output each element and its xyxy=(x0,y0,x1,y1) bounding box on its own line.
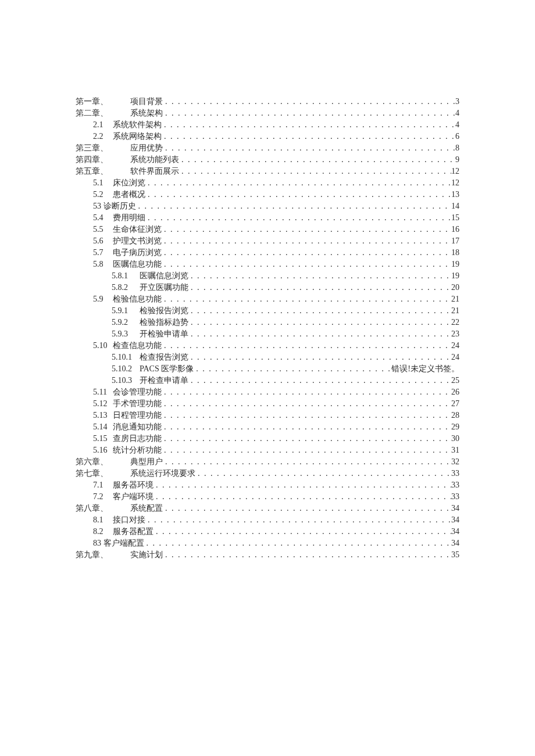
toc-entry-label: 5.9.1检验报告浏览 xyxy=(112,305,188,317)
toc-entry[interactable]: 8.1接口对接34 xyxy=(76,514,459,526)
toc-entry-label: 5.10.3开检查申请单 xyxy=(112,375,188,386)
toc-entry-title: 医嘱信息浏览 xyxy=(140,271,188,280)
toc-entry-title: 检验报告浏览 xyxy=(140,306,188,315)
toc-entry-number: 5.10.3 xyxy=(112,375,140,386)
toc-entry[interactable]: 5.10.3开检查申请单 25 xyxy=(76,375,459,386)
toc-entry[interactable]: 5.2患者概况13 xyxy=(76,189,459,200)
toc-entry-label: 5.9检验信息功能 xyxy=(93,293,162,305)
toc-entry[interactable]: 5.1床位浏览12 xyxy=(76,177,459,189)
toc-entry-label: 5.10检查信息功能 xyxy=(93,340,162,352)
toc-entry[interactable]: 5.6护理文书浏览17 xyxy=(76,235,459,247)
leader-dots xyxy=(179,154,455,166)
toc-entry-number: 5.5 xyxy=(93,224,113,235)
toc-entry[interactable]: 53 诊断历史14 xyxy=(76,200,459,212)
toc-entry-page: 34 xyxy=(451,538,459,549)
toc-entry-title: 查房日志功能 xyxy=(113,434,162,443)
toc-entry[interactable]: 7.2客户端环境33 xyxy=(76,491,459,503)
toc-entry[interactable]: 5.7电子病历浏览18 xyxy=(76,247,459,259)
toc-entry[interactable]: 5.14消息通知功能29 xyxy=(76,421,459,433)
toc-entry[interactable]: 第二章、系统架构 4 xyxy=(76,108,459,119)
toc-entry-title: 电子病历浏览 xyxy=(113,248,162,257)
leader-dots xyxy=(188,305,451,317)
leader-dots xyxy=(162,421,451,433)
toc-entry-number: 第六章、 xyxy=(76,456,108,468)
toc-entry-page: 26 xyxy=(451,386,459,398)
leader-dots xyxy=(188,352,451,363)
toc-entry-number: 第三章、 xyxy=(76,142,108,154)
toc-entry-number: 5.8 xyxy=(93,259,113,270)
toc-entry-title: 应用优势 xyxy=(130,144,163,152)
toc-entry[interactable]: 第四章、系统功能列表 9 xyxy=(76,154,459,166)
toc-entry-page: 25 xyxy=(451,375,459,386)
toc-entry[interactable]: 5.13日程管理功能28 xyxy=(76,410,459,421)
toc-entry-number: 第二章、 xyxy=(76,108,108,119)
toc-entry[interactable]: 第八章、系统配置 34 xyxy=(76,503,459,514)
toc-entry-label: 5.9.2检验指标趋势 xyxy=(112,317,188,328)
toc-entry-number: 7.1 xyxy=(93,479,113,491)
leader-dots xyxy=(145,212,451,224)
toc-entry-title: 诊断历史 xyxy=(104,202,136,210)
toc-entry[interactable]: 第三章、应用优势 8 xyxy=(76,142,459,154)
toc-entry-page: 28 xyxy=(451,410,459,421)
toc-entry[interactable]: 5.4费用明细15 xyxy=(76,212,459,224)
leader-dots xyxy=(144,538,452,549)
toc-entry[interactable]: 5.9.3开检验申请单 23 xyxy=(76,328,459,340)
toc-entry-number: 8.2 xyxy=(93,526,113,538)
toc-entry-label: 5.8医嘱信息功能 xyxy=(93,259,162,270)
toc-entry[interactable]: 5.8.1医嘱信息浏览 19 xyxy=(76,270,459,282)
toc-entry-number: 2.1 xyxy=(93,119,113,131)
toc-entry-title: 开检验申请单 xyxy=(140,329,188,338)
toc-entry[interactable]: 5.8.2开立医嘱功能 20 xyxy=(76,282,459,293)
toc-entry-number: 8.1 xyxy=(93,514,113,526)
toc-entry-page: 12 xyxy=(451,166,459,177)
toc-entry[interactable]: 5.9.2检验指标趋势 22 xyxy=(76,317,459,328)
toc-entry[interactable]: 第一章、项目背景 3 xyxy=(76,96,459,108)
toc-entry-page: 21 xyxy=(451,305,459,317)
toc-entry-number: 5.6 xyxy=(93,235,113,247)
toc-entry[interactable]: 5.9检验信息功能21 xyxy=(76,293,459,305)
leader-dots xyxy=(162,224,451,235)
toc-entry[interactable]: 5.15查房日志功能30 xyxy=(76,433,459,445)
toc-entry[interactable]: 第六章、典型用户 32 xyxy=(76,456,459,468)
toc-entry[interactable]: 第七章、系统运行环境要求 33 xyxy=(76,468,459,479)
leader-dots xyxy=(154,526,451,538)
toc-entry[interactable]: 5.16统计分析功能31 xyxy=(76,445,459,456)
toc-entry[interactable]: 第九章、实施计划 35 xyxy=(76,549,459,561)
toc-entry-label: 5.8.2开立医嘱功能 xyxy=(112,282,188,293)
toc-entry-label: 53 诊断历史 xyxy=(93,200,136,212)
toc-entry-page: 24 xyxy=(451,352,459,363)
toc-entry[interactable]: 2.2系统网络架构6 xyxy=(76,131,459,142)
toc-entry-label: 5.7电子病历浏览 xyxy=(93,247,162,259)
toc-entry-page: 24 xyxy=(451,340,459,352)
toc-entry-number: 5.8.1 xyxy=(112,270,140,282)
toc-entry[interactable]: 8.2服务器配置34 xyxy=(76,526,459,538)
toc-entry[interactable]: 5.12手术管理功能27 xyxy=(76,398,459,410)
toc-entry-page: 4 xyxy=(455,108,459,119)
leader-dots xyxy=(195,468,451,479)
leader-dots xyxy=(163,96,455,108)
toc-entry[interactable]: 5.8医嘱信息功能19 xyxy=(76,259,459,270)
toc-entry-number: 5.10.1 xyxy=(112,352,140,363)
toc-entry-number: 5.2 xyxy=(93,189,113,200)
toc-entry[interactable]: 7.1服务器环境33 xyxy=(76,479,459,491)
toc-entry[interactable]: 5.9.1检验报告浏览 21 xyxy=(76,305,459,317)
toc-entry-page: 20 xyxy=(451,282,459,293)
toc-entry-number: 5.15 xyxy=(93,433,113,445)
toc-entry[interactable]: 5.5生命体征浏览16 xyxy=(76,224,459,235)
toc-entry-page: 32 xyxy=(451,456,459,468)
toc-entry-page: 13 xyxy=(451,189,459,200)
toc-entry[interactable]: 5.10检查信息功能24 xyxy=(76,340,459,352)
toc-entry-number: 7.2 xyxy=(93,491,113,503)
toc-entry-number: 2.2 xyxy=(93,131,113,142)
toc-entry[interactable]: 5.11会诊管理功能26 xyxy=(76,386,459,398)
toc-entry[interactable]: 2.1系统软件架构4 xyxy=(76,119,459,131)
toc-entry-title: 开立医嘱功能 xyxy=(140,283,188,292)
toc-entry[interactable]: 5.10.1检查报告浏览 24 xyxy=(76,352,459,363)
toc-entry[interactable]: 5.10.2PACS 医学影像 错误!未定义书签。 xyxy=(76,363,459,375)
toc-entry[interactable]: 83 客户端配置34 xyxy=(76,538,459,549)
toc-entry-number: 第八章、 xyxy=(76,503,108,514)
toc-entry[interactable]: 第五章、软件界面展示 12 xyxy=(76,166,459,177)
toc-entry-label: 5.10.2PACS 医学影像 xyxy=(112,363,194,375)
toc-entry-label: 5.10.1检查报告浏览 xyxy=(112,352,188,363)
toc-entry-label: 7.1服务器环境 xyxy=(93,479,154,491)
